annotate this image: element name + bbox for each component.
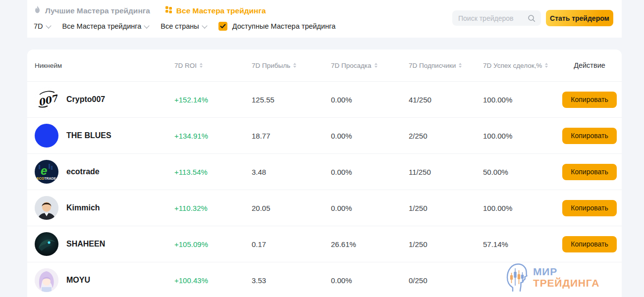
masters-filter-value: Все Мастера трейдинга: [62, 22, 142, 30]
svg-text:ECOTRADE: ECOTRADE: [37, 177, 56, 180]
top-header: Лучшие Мастера трейдинга Все Мастера тре…: [27, 0, 622, 38]
action-cell: Копировать: [557, 92, 622, 108]
sort-icon[interactable]: [545, 63, 548, 68]
trader-avatar[interactable]: 007: [35, 88, 58, 111]
action-cell: Копировать: [557, 200, 622, 216]
country-filter-value: Все страны: [161, 22, 199, 30]
trader-cell: MOYU: [27, 268, 174, 292]
profit-cell: 3.48: [252, 168, 331, 176]
become-trader-button[interactable]: Стать трейдером: [546, 10, 613, 26]
column-header-nickname: Никнейм: [27, 62, 174, 69]
success-cell: 100.00%: [483, 96, 557, 104]
search-icon[interactable]: [528, 14, 536, 22]
roi-cell: +110.32%: [174, 204, 252, 212]
action-cell: Копировать: [557, 164, 622, 180]
success-cell: 50.00%: [483, 168, 557, 176]
column-header-action: Действие: [557, 61, 622, 69]
roi-cell: +152.14%: [174, 96, 252, 104]
checkbox-checked[interactable]: [218, 22, 227, 31]
grid-icon: [165, 6, 172, 15]
trader-cell: 007 Crypto007: [27, 88, 174, 111]
chevron-down-icon: [144, 23, 150, 28]
action-cell: Копировать: [557, 128, 622, 144]
available-masters-label: Доступные Мастера трейдинга: [232, 22, 335, 30]
tab-best-masters[interactable]: Лучшие Мастера трейдинга: [34, 5, 150, 16]
profit-cell: 0.17: [252, 240, 331, 248]
column-header-drawdown[interactable]: 7D Просадка: [331, 62, 409, 69]
sort-icon[interactable]: [200, 63, 203, 68]
country-filter[interactable]: Все страны: [161, 22, 206, 30]
subscribers-cell: 2/250: [409, 132, 483, 140]
available-masters-toggle[interactable]: Доступные Мастера трейдинга: [218, 22, 335, 31]
trader-avatar[interactable]: [35, 232, 58, 256]
filters-bar: 7D Все Мастера трейдинга Все страны Дост…: [34, 22, 335, 31]
copy-button[interactable]: Копировать: [562, 164, 617, 180]
drawdown-cell: 0.00%: [331, 96, 409, 104]
trader-name[interactable]: Kimmich: [66, 203, 100, 212]
trader-name[interactable]: THE BLUES: [66, 131, 111, 140]
table-header: Никнейм 7D ROI 7D Прибыль 7D Просадка 7D…: [27, 50, 622, 82]
trader-cell: Kimmich: [27, 196, 174, 220]
column-header-subscribers[interactable]: 7D Подписчики: [409, 62, 483, 69]
period-filter[interactable]: 7D: [34, 22, 51, 30]
table-body: 007 Crypto007 +152.14% 125.55 0.00% 41/2…: [27, 82, 622, 297]
trader-avatar[interactable]: eECOTRADE: [35, 160, 58, 184]
checkmark-icon: [220, 24, 226, 29]
masters-filter[interactable]: Все Мастера трейдинга: [62, 22, 149, 30]
trader-name[interactable]: MOYU: [66, 276, 90, 285]
table-row[interactable]: 007 Crypto007 +152.14% 125.55 0.00% 41/2…: [27, 82, 622, 118]
trader-avatar[interactable]: [35, 196, 58, 220]
svg-text:e: e: [41, 164, 47, 177]
search-box: [452, 10, 541, 26]
sort-icon[interactable]: [375, 63, 377, 68]
table-row[interactable]: THE BLUES +134.91% 18.77 0.00% 2/250 100…: [27, 118, 622, 154]
chevron-down-icon: [46, 23, 51, 28]
copy-button[interactable]: Копировать: [562, 200, 617, 216]
profit-cell: 18.77: [252, 132, 331, 140]
tabs-bar: Лучшие Мастера трейдинга Все Мастера тре…: [34, 5, 266, 16]
sort-icon[interactable]: [293, 63, 296, 68]
table-row[interactable]: MOYU +100.43% 3.53 0.00% 0/250: [27, 262, 622, 297]
drawdown-cell: 26.61%: [331, 240, 409, 248]
trader-name[interactable]: ecotrade: [66, 167, 100, 176]
tab-label: Лучшие Мастера трейдинга: [45, 6, 150, 15]
trader-cell: SHAHEEN: [27, 232, 174, 256]
profit-cell: 20.05: [252, 204, 331, 212]
copy-button[interactable]: Копировать: [562, 92, 617, 108]
profit-cell: 3.53: [252, 276, 331, 285]
subscribers-cell: 1/250: [409, 204, 483, 212]
profit-cell: 125.55: [252, 96, 331, 104]
table-row[interactable]: Kimmich +110.32% 20.05 0.00% 1/250 100.0…: [27, 190, 622, 226]
subscribers-cell: 41/250: [409, 96, 483, 104]
roi-cell: +100.43%: [174, 276, 252, 285]
flame-icon: [34, 5, 41, 16]
sort-icon[interactable]: [459, 63, 462, 68]
roi-cell: +113.54%: [174, 168, 252, 176]
trader-cell: THE BLUES: [27, 124, 174, 148]
column-header-roi[interactable]: 7D ROI: [174, 62, 252, 69]
copy-button[interactable]: Копировать: [562, 236, 617, 252]
chevron-down-icon: [202, 23, 207, 28]
drawdown-cell: 0.00%: [331, 168, 409, 176]
subscribers-cell: 11/250: [409, 168, 483, 176]
subscribers-cell: 0/250: [409, 276, 483, 285]
period-filter-value: 7D: [34, 22, 43, 30]
trader-avatar[interactable]: [35, 124, 58, 148]
roi-cell: +105.09%: [174, 240, 252, 248]
table-row[interactable]: SHAHEEN +105.09% 0.17 26.61% 1/250 57.14…: [27, 226, 622, 262]
column-header-profit[interactable]: 7D Прибыль: [252, 62, 331, 69]
column-header-success[interactable]: 7D Успех сделок,%: [483, 62, 557, 69]
tab-all-masters[interactable]: Все Мастера трейдинга: [165, 6, 266, 15]
copy-button[interactable]: Копировать: [562, 128, 617, 144]
tab-label: Все Мастера трейдинга: [176, 6, 266, 15]
trader-avatar[interactable]: [35, 268, 58, 292]
drawdown-cell: 0.00%: [331, 204, 409, 212]
success-cell: 57.14%: [483, 240, 557, 248]
roi-cell: +134.91%: [174, 132, 252, 140]
action-cell: Копировать: [557, 236, 622, 252]
success-cell: 100.00%: [483, 132, 557, 140]
trader-name[interactable]: SHAHEEN: [66, 240, 105, 248]
table-row[interactable]: eECOTRADE ecotrade +113.54% 3.48 0.00% 1…: [27, 154, 622, 190]
drawdown-cell: 0.00%: [331, 132, 409, 140]
trader-name[interactable]: Crypto007: [66, 95, 105, 104]
